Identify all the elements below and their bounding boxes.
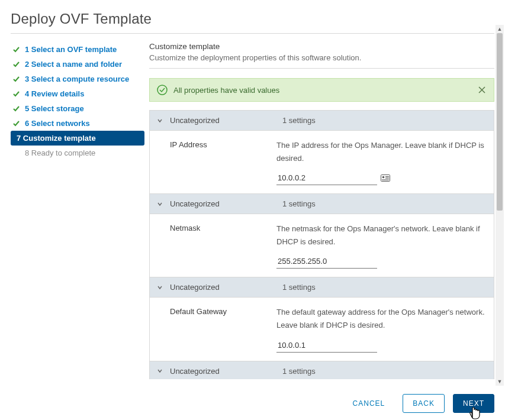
step-label: 6 Select networks: [25, 119, 90, 128]
category-count: 1 settings: [282, 199, 316, 208]
check-icon: [12, 60, 20, 69]
section-title: Customize template: [149, 42, 494, 51]
category-header[interactable]: Uncategorized1 settings: [150, 194, 494, 214]
wizard-step-4[interactable]: 4 Review details: [11, 86, 144, 101]
validation-banner: All properties have valid values: [149, 78, 494, 102]
setting-description: The IP address for the Ops Manager. Leav…: [276, 139, 488, 165]
category-name: Uncategorized: [170, 367, 282, 376]
back-button[interactable]: BACK: [403, 394, 445, 413]
category-count: 1 settings: [282, 283, 316, 292]
category-header[interactable]: Uncategorized1 settings: [150, 277, 494, 298]
check-icon: [12, 105, 20, 113]
section-divider: [149, 68, 494, 69]
wizard-steps-sidebar: 1 Select an OVF template2 Select a name …: [11, 42, 149, 379]
svg-rect-3: [385, 176, 389, 177]
check-icon: [12, 90, 20, 98]
setting-name: Default Gateway: [170, 306, 276, 352]
section-subtitle: Customize the deployment properties of t…: [149, 53, 494, 62]
wizard-footer: CANCEL BACK NEXT: [343, 394, 494, 413]
wizard-step-7[interactable]: 7 Customize template: [11, 131, 144, 146]
category-name: Uncategorized: [170, 283, 282, 292]
page-title: Deploy OVF Template: [11, 11, 494, 27]
setting-input[interactable]: [276, 338, 377, 353]
setting-row: NetmaskThe netmask for the Ops Manager's…: [150, 214, 494, 277]
scrollbar-thumb[interactable]: [497, 33, 503, 211]
check-icon: [12, 46, 20, 54]
wizard-step-3[interactable]: 3 Select a compute resource: [11, 72, 144, 86]
step-label: 2 Select a name and folder: [25, 60, 122, 69]
step-label: 7 Customize template: [17, 134, 96, 143]
settings-table: Uncategorized1 settingsIP AddressThe IP …: [149, 110, 494, 379]
step-label: 3 Select a compute resource: [25, 75, 129, 83]
chevron-down-icon: [156, 367, 164, 375]
category-header[interactable]: Uncategorized1 settings: [150, 111, 494, 131]
scroll-up-icon[interactable]: ▲: [496, 25, 504, 33]
category-name: Uncategorized: [170, 116, 282, 125]
check-icon: [12, 75, 20, 83]
setting-input[interactable]: [276, 254, 377, 269]
svg-point-2: [382, 176, 385, 179]
chevron-down-icon: [156, 283, 164, 292]
cancel-button[interactable]: CANCEL: [343, 395, 395, 412]
wizard-step-1[interactable]: 1 Select an OVF template: [11, 42, 144, 57]
setting-description: The default gateway address for the Ops …: [276, 306, 488, 332]
svg-rect-4: [385, 178, 389, 179]
category-header[interactable]: Uncategorized1 settings: [150, 361, 494, 379]
close-icon[interactable]: [477, 85, 487, 95]
category-count: 1 settings: [282, 116, 316, 125]
setting-name: IP Address: [170, 139, 276, 185]
step-label: 8 Ready to complete: [25, 148, 95, 157]
chevron-down-icon: [156, 117, 164, 125]
next-button[interactable]: NEXT: [453, 394, 494, 413]
id-card-icon[interactable]: [381, 174, 390, 182]
setting-input[interactable]: [276, 171, 377, 185]
wizard-step-6[interactable]: 6 Select networks: [11, 116, 144, 131]
wizard-step-2[interactable]: 2 Select a name and folder: [11, 57, 144, 72]
wizard-step-5[interactable]: 5 Select storage: [11, 101, 144, 116]
setting-row: Default GatewayThe default gateway addre…: [150, 298, 494, 361]
title-divider: [11, 33, 494, 34]
step-label: 1 Select an OVF template: [25, 45, 117, 54]
banner-text: All properties have valid values: [173, 86, 477, 95]
setting-description: The netmask for the Ops Manager's networ…: [276, 222, 488, 248]
scroll-down-icon[interactable]: ▼: [496, 377, 504, 386]
scrollbar-track[interactable]: ▲ ▼: [496, 33, 504, 377]
setting-row: IP AddressThe IP address for the Ops Man…: [150, 131, 494, 194]
svg-point-0: [157, 85, 167, 95]
wizard-step-8: 8 Ready to complete: [11, 146, 144, 160]
chevron-down-icon: [156, 200, 164, 208]
category-name: Uncategorized: [170, 199, 282, 208]
setting-name: Netmask: [170, 222, 276, 269]
step-label: 4 Review details: [25, 89, 84, 98]
category-count: 1 settings: [282, 367, 316, 376]
check-icon: [12, 119, 20, 128]
step-label: 5 Select storage: [25, 104, 84, 113]
svg-rect-5: [382, 180, 389, 180]
check-circle-icon: [157, 85, 168, 95]
